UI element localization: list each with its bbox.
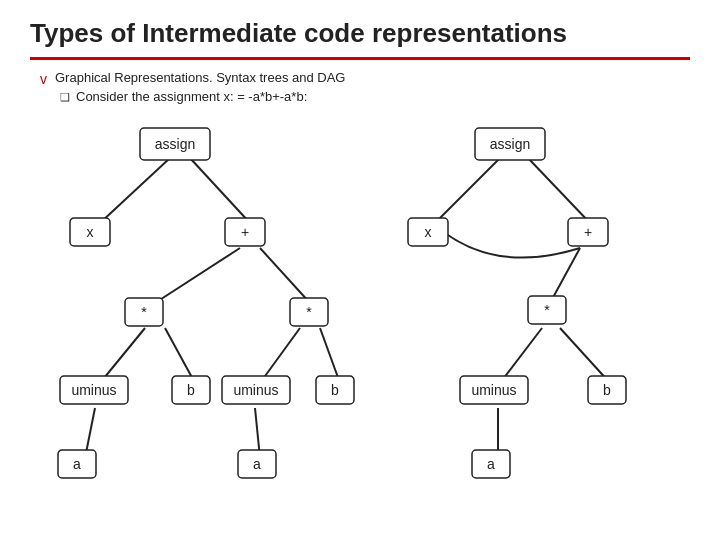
svg-text:*: *: [544, 302, 550, 318]
svg-line-4: [100, 328, 145, 383]
svg-line-34: [550, 248, 580, 303]
bullet-icon: v: [40, 71, 47, 87]
page-title: Types of Intermediate code representatio…: [30, 18, 690, 49]
svg-text:uminus: uminus: [471, 382, 516, 398]
sub-bullet-icon: ❑: [60, 91, 70, 104]
svg-text:a: a: [253, 456, 261, 472]
svg-text:x: x: [425, 224, 432, 240]
svg-line-36: [560, 328, 610, 383]
page: Types of Intermediate code representatio…: [0, 0, 720, 540]
svg-text:+: +: [241, 224, 249, 240]
red-divider: [30, 57, 690, 60]
svg-text:x: x: [87, 224, 94, 240]
svg-text:b: b: [331, 382, 339, 398]
trees-container: assign x + * * uminus b: [30, 118, 690, 492]
svg-text:b: b: [187, 382, 195, 398]
svg-line-5: [165, 328, 195, 383]
sub-bullet-text: Consider the assignment x: = -a*b+-a*b:: [76, 89, 307, 104]
syntax-tree: assign x + * * uminus b: [40, 118, 360, 492]
svg-text:a: a: [73, 456, 81, 472]
svg-line-3: [260, 248, 310, 303]
svg-line-0: [100, 158, 170, 223]
svg-text:uminus: uminus: [233, 382, 278, 398]
bullet-main-text: Graphical Representations. Syntax trees …: [55, 70, 345, 85]
svg-text:a: a: [487, 456, 495, 472]
svg-text:assign: assign: [155, 136, 195, 152]
svg-text:*: *: [306, 304, 312, 320]
svg-line-1: [190, 158, 250, 223]
dag-tree: assign x + * uminus b a: [380, 118, 680, 492]
bullet-section: v Graphical Representations. Syntax tree…: [30, 70, 690, 104]
svg-text:assign: assign: [490, 136, 530, 152]
svg-line-6: [260, 328, 300, 383]
svg-text:b: b: [603, 382, 611, 398]
svg-line-35: [500, 328, 542, 383]
svg-text:uminus: uminus: [71, 382, 116, 398]
svg-line-33: [528, 158, 590, 223]
svg-line-32: [435, 158, 500, 223]
svg-line-2: [155, 248, 240, 303]
svg-text:*: *: [141, 304, 147, 320]
svg-text:+: +: [584, 224, 592, 240]
svg-line-7: [320, 328, 340, 383]
